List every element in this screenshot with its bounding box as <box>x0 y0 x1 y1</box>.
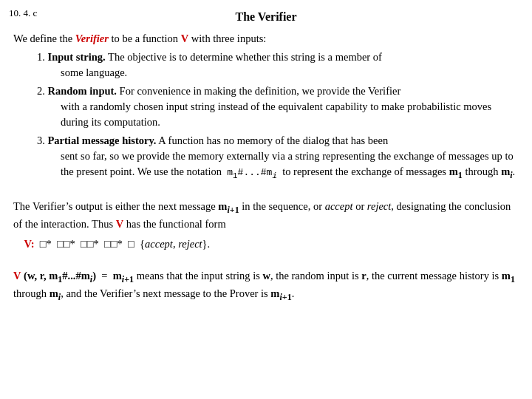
item-3-rest: A function has no memory of the dialog t… <box>157 134 389 146</box>
accept-reject-set: {accept, reject}. <box>140 238 210 250</box>
item-2-number: 2. <box>37 85 48 97</box>
m1-bold: m1 <box>449 166 463 177</box>
v-func-def: V <box>13 270 21 282</box>
reject-word: reject <box>367 200 391 212</box>
mi-hist: mi <box>50 287 61 299</box>
notation-m1: m1#...#mi <box>227 167 277 178</box>
v-args: (w, r, m1#...#mi) <box>24 270 96 282</box>
item-2-cont: with a randomly chosen input string inst… <box>61 99 519 130</box>
v-function-para: V (w, r, m1#...#mi) = mi+1 means that th… <box>13 268 519 304</box>
item-2-rest: For convenience in making the definition… <box>117 85 400 97</box>
m1-hist: m1 <box>502 270 515 282</box>
mi1-result: mi+1 <box>113 270 134 282</box>
v-var: V <box>181 33 188 44</box>
r-var: r <box>361 270 366 282</box>
func-boxes: □* □□* □□* □□* □ <box>40 238 137 250</box>
item-3-cont: sent so far, so we provide the memory ex… <box>61 149 519 182</box>
v-ref: V <box>116 218 123 230</box>
item-3-label: Partial message history. <box>48 134 157 146</box>
mi1-bold: mi+1 <box>218 200 239 212</box>
mi1-next: mi+1 <box>270 287 291 299</box>
page-label: 10. 4. c <box>9 7 37 19</box>
item-1-rest: The objective is to determine whether th… <box>106 51 382 63</box>
verifier-output-para: The Verifier’s output is either the next… <box>13 199 519 232</box>
page-title: The Verifier <box>13 10 519 24</box>
item-1-cont: some language. <box>61 65 519 81</box>
mi-bold: mi <box>501 166 512 177</box>
intro-line: We define the Verifier to be a function … <box>13 31 519 47</box>
accept-word: accept <box>325 200 353 212</box>
item-1-number: 1. <box>37 51 48 63</box>
w-var: w <box>262 270 270 282</box>
list-item-2: 2. Random input. For convenience in maki… <box>37 83 519 130</box>
list-item-1: 1. Input string. The objective is to det… <box>37 50 519 81</box>
item-1-label: Input string. <box>48 51 106 63</box>
list-item-3: 3. Partial message history. A function h… <box>37 133 519 182</box>
v-func-label: V: <box>24 238 35 250</box>
item-3-number: 3. <box>37 134 48 146</box>
functional-form: V: □* □□* □□* □□* □ {accept, reject}. <box>13 236 519 252</box>
verifier-term: Verifier <box>75 33 109 44</box>
numbered-list: 1. Input string. The objective is to det… <box>37 50 519 183</box>
main-content: We define the Verifier to be a function … <box>13 31 519 304</box>
item-2-label: Random input. <box>48 85 117 97</box>
